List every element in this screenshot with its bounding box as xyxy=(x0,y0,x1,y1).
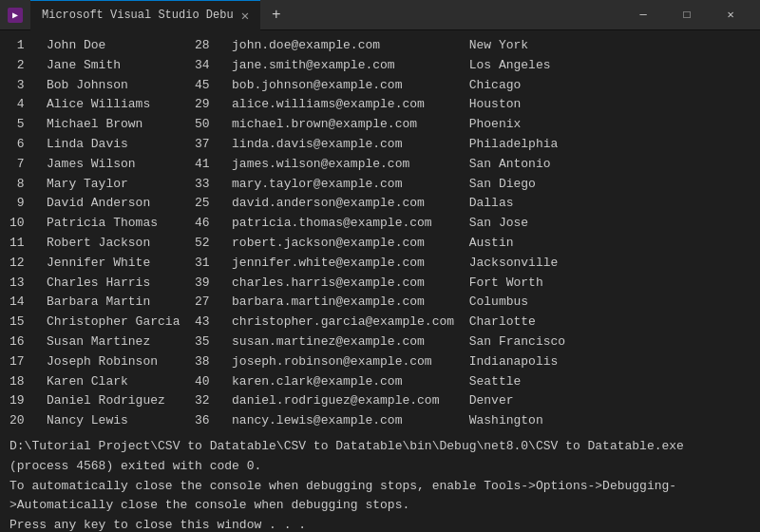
status-area: D:\Tutorial Project\CSV to Datatable\CSV… xyxy=(10,437,750,532)
status-line-1: D:\Tutorial Project\CSV to Datatable\CSV… xyxy=(10,437,750,477)
tab-close-icon[interactable]: ✕ xyxy=(241,8,249,24)
table-row: 18 Karen Clark 40 karen.clark@example.co… xyxy=(10,372,750,392)
table-row: 19 Daniel Rodriguez 32 daniel.rodriguez@… xyxy=(10,391,750,411)
table-row: 10 Patricia Thomas 46 patricia.thomas@ex… xyxy=(10,214,750,234)
tab-active[interactable]: Microsoft Visual Studio Debu ✕ xyxy=(30,0,260,30)
status-line-2: To automatically close the console when … xyxy=(10,477,750,517)
close-button[interactable]: ✕ xyxy=(709,0,752,30)
table-row: 12 Jennifer White 31 jennifer.white@exam… xyxy=(10,254,750,274)
add-tab-button[interactable]: + xyxy=(272,7,281,24)
table-row: 14 Barbara Martin 27 barbara.martin@exam… xyxy=(10,293,750,313)
tab-label: Microsoft Visual Studio Debu xyxy=(42,9,234,22)
table-row: 5 Michael Brown 50 michael.brown@example… xyxy=(10,115,750,135)
table-row: 16 Susan Martinez 35 susan.martinez@exam… xyxy=(10,332,750,352)
table-row: 6 Linda Davis 37 linda.davis@example.com… xyxy=(10,135,750,155)
data-table: 1 John Doe 28 john.doe@example.com New Y… xyxy=(10,36,750,431)
table-row: 17 Joseph Robinson 38 joseph.robinson@ex… xyxy=(10,352,750,372)
app-icon: ▶ xyxy=(8,8,23,23)
table-row: 15 Christopher Garcia 43 christopher.gar… xyxy=(10,313,750,332)
minimize-button[interactable]: ─ xyxy=(621,0,665,30)
title-bar: ▶ Microsoft Visual Studio Debu ✕ + ─ □ ✕ xyxy=(0,0,760,30)
maximize-button[interactable]: □ xyxy=(665,0,709,30)
table-row: 20 Nancy Lewis 36 nancy.lewis@example.co… xyxy=(10,411,750,431)
table-row: 2 Jane Smith 34 jane.smith@example.com L… xyxy=(10,56,750,76)
status-line-3: Press any key to close this window . . . xyxy=(10,516,750,532)
table-row: 13 Charles Harris 39 charles.harris@exam… xyxy=(10,274,750,294)
table-row: 9 David Anderson 25 david.anderson@examp… xyxy=(10,194,750,214)
table-row: 3 Bob Johnson 45 bob.johnson@example.com… xyxy=(10,76,750,96)
table-row: 1 John Doe 28 john.doe@example.com New Y… xyxy=(10,36,750,56)
table-row: 7 James Wilson 41 james.wilson@example.c… xyxy=(10,155,750,175)
console-area: 1 John Doe 28 john.doe@example.com New Y… xyxy=(0,30,760,532)
table-row: 4 Alice Williams 29 alice.williams@examp… xyxy=(10,95,750,115)
table-row: 11 Robert Jackson 52 robert.jackson@exam… xyxy=(10,234,750,254)
table-row: 8 Mary Taylor 33 mary.taylor@example.com… xyxy=(10,175,750,195)
